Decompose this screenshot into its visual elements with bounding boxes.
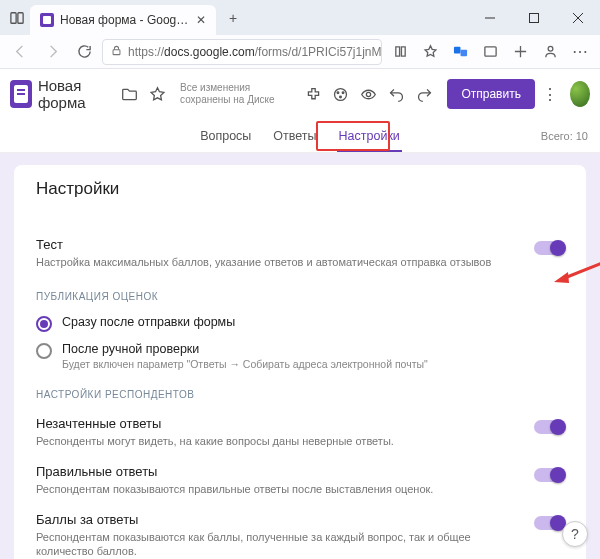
address-bar: https://docs.google.com/forms/d/1PRICi57… — [0, 35, 600, 69]
annotation-arrow-icon — [554, 259, 600, 289]
forms-logo-icon[interactable] — [10, 80, 32, 108]
svg-rect-6 — [113, 49, 120, 54]
browser-tab-title: Новая форма - Google Формы — [60, 13, 190, 27]
total-points: Всего: 10 — [541, 130, 588, 142]
move-to-folder-icon[interactable] — [118, 80, 140, 108]
extensions-icon[interactable] — [476, 38, 504, 66]
nav-forward-button[interactable] — [38, 38, 66, 66]
preview-icon[interactable] — [358, 80, 380, 108]
section-publish-label: ПУБЛИКАЦИЯ ОЦЕНОК — [36, 291, 564, 302]
help-button[interactable]: ? — [562, 521, 588, 547]
account-avatar[interactable] — [570, 81, 590, 107]
svg-rect-3 — [530, 13, 539, 22]
points-toggle[interactable] — [534, 516, 564, 530]
missed-desc: Респонденты могут видеть, на какие вопро… — [36, 434, 522, 448]
radio-immediate-row[interactable]: Сразу после отправки формы — [36, 310, 564, 337]
window-titlebar: Новая форма - Google Формы ✕ + — [0, 0, 600, 35]
svg-point-10 — [548, 46, 553, 51]
svg-rect-8 — [460, 50, 467, 57]
tab-questions[interactable]: Вопросы — [200, 119, 251, 152]
quiz-desc: Настройка максимальных баллов, указание … — [36, 255, 522, 269]
url-input[interactable]: https://docs.google.com/forms/d/1PRICi57… — [102, 39, 382, 65]
svg-point-11 — [335, 88, 347, 100]
collections-icon[interactable] — [506, 38, 534, 66]
svg-point-14 — [340, 96, 342, 98]
section-respondent-label: НАСТРОЙКИ РЕСПОНДЕНТОВ — [36, 389, 564, 400]
radio-immediate-label: Сразу после отправки формы — [62, 315, 235, 329]
redo-icon[interactable] — [414, 80, 436, 108]
radio-manual-row[interactable]: После ручной проверки Будет включен пара… — [36, 337, 564, 375]
account-icon[interactable] — [536, 38, 564, 66]
correct-toggle[interactable] — [534, 468, 564, 482]
missed-row: Незачтенные ответы Респонденты могут вид… — [36, 408, 564, 456]
correct-row: Правильные ответы Респондентам показываю… — [36, 456, 564, 504]
settings-content: Настройки Тест Настройка максимальных ба… — [0, 153, 600, 559]
settings-card: Настройки Тест Настройка максимальных ба… — [14, 165, 586, 559]
tab-responses[interactable]: Ответы — [273, 119, 316, 152]
theme-icon[interactable] — [330, 80, 352, 108]
quiz-title: Тест — [36, 237, 522, 252]
star-icon[interactable] — [146, 80, 168, 108]
svg-point-13 — [343, 91, 345, 93]
radio-immediate[interactable] — [36, 316, 52, 332]
form-tabs: Вопросы Ответы Настройки Всего: 10 — [0, 119, 600, 153]
points-row: Баллы за ответы Респондентам показываютс… — [36, 504, 564, 559]
lock-icon — [111, 45, 122, 59]
translate-icon[interactable] — [446, 38, 474, 66]
favorite-icon[interactable] — [416, 38, 444, 66]
svg-rect-7 — [453, 47, 460, 54]
more-menu-button[interactable]: ⋮ — [541, 85, 560, 104]
missed-title: Незачтенные ответы — [36, 416, 522, 431]
new-tab-button[interactable]: + — [220, 5, 246, 31]
window-minimize-button[interactable] — [468, 0, 512, 35]
correct-title: Правильные ответы — [36, 464, 522, 479]
svg-line-16 — [562, 263, 600, 279]
svg-marker-17 — [554, 272, 569, 283]
google-forms-favicon-icon — [40, 13, 54, 27]
points-desc: Респондентам показываются как баллы, пол… — [36, 530, 522, 558]
radio-manual-label: После ручной проверки — [62, 342, 428, 356]
nav-refresh-button[interactable] — [70, 38, 98, 66]
svg-point-12 — [337, 91, 339, 93]
tab-actions-icon[interactable] — [4, 5, 30, 31]
forms-header: Новая форма Все изменения сохранены на Д… — [0, 69, 600, 119]
radio-manual[interactable] — [36, 343, 52, 359]
correct-desc: Респондентам показываются правильные отв… — [36, 482, 522, 496]
quiz-row: Тест Настройка максимальных баллов, указ… — [36, 229, 564, 277]
svg-rect-1 — [18, 12, 23, 23]
tab-close-icon[interactable]: ✕ — [196, 13, 206, 27]
svg-rect-0 — [11, 12, 16, 23]
reading-mode-icon[interactable] — [386, 38, 414, 66]
window-maximize-button[interactable] — [512, 0, 556, 35]
annotation-highlight-box — [316, 121, 390, 151]
url-text: https://docs.google.com/forms/d/1PRICi57… — [128, 45, 382, 59]
svg-point-15 — [367, 92, 371, 96]
addons-icon[interactable] — [302, 80, 324, 108]
svg-rect-9 — [484, 47, 495, 56]
save-status: Все изменения сохранены на Диске — [180, 82, 290, 106]
undo-icon[interactable] — [386, 80, 408, 108]
quiz-toggle[interactable] — [534, 241, 564, 255]
page-title: Настройки — [36, 179, 564, 199]
browser-menu-button[interactable]: ⋯ — [566, 38, 594, 66]
window-close-button[interactable] — [556, 0, 600, 35]
form-title[interactable]: Новая форма — [38, 77, 112, 111]
points-title: Баллы за ответы — [36, 512, 522, 527]
browser-tab[interactable]: Новая форма - Google Формы ✕ — [30, 5, 216, 35]
window-controls — [468, 0, 600, 35]
missed-toggle[interactable] — [534, 420, 564, 434]
send-button[interactable]: Отправить — [447, 79, 535, 109]
radio-manual-desc: Будет включен параметр "Ответы → Собират… — [62, 358, 428, 370]
nav-back-button[interactable] — [6, 38, 34, 66]
